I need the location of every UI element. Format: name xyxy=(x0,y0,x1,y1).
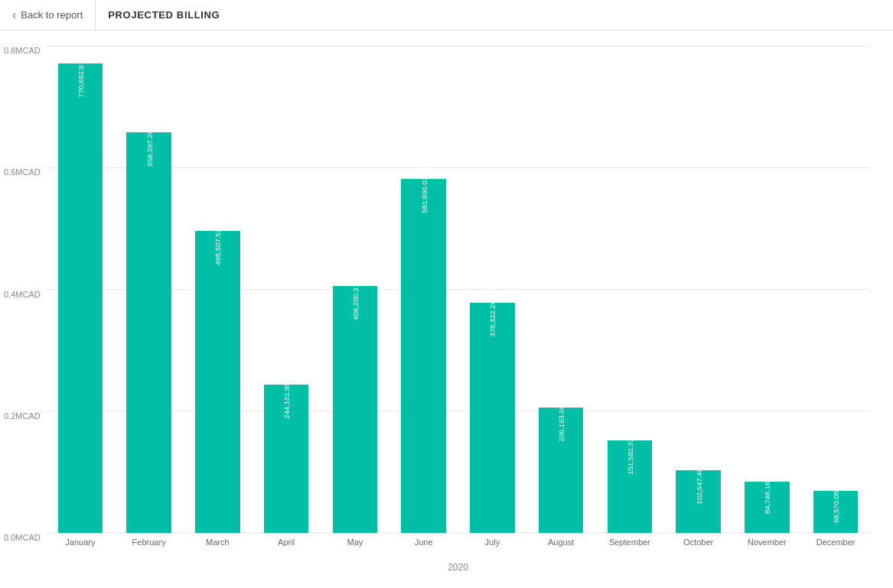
bar-value-label: 581,890.02 CAD xyxy=(419,159,428,213)
x-labels: JanuaryFebruaryMarchAprilMayJuneJulyAugu… xyxy=(46,538,870,560)
bar-group: 68,570.05 CAD xyxy=(801,46,870,533)
bar: 770,692.91 CAD xyxy=(58,63,103,533)
bar-group: 658,397.28 CAD xyxy=(115,46,184,533)
bar-group: 151,582.33 CAD xyxy=(595,46,664,533)
bar-value-label: 84,748.16 CAD xyxy=(763,464,771,514)
x-axis-label: February xyxy=(115,538,184,560)
bar-group: 102,647.48 CAD xyxy=(664,46,733,533)
bar: 406,200.37 CAD xyxy=(333,286,377,533)
x-axis-label: March xyxy=(184,538,253,560)
bar: 658,397.28 CAD xyxy=(126,132,171,533)
x-axis-title: 2020 xyxy=(46,562,870,573)
header: ‹ Back to report PROJECTED BILLING xyxy=(0,0,893,31)
y-axis-label: 0.2MCAD xyxy=(4,411,41,421)
x-axis-label: November xyxy=(733,538,802,560)
x-axis-label: September xyxy=(595,538,664,560)
bar-value-label: 406,200.37 CAD xyxy=(350,266,359,320)
y-axis-label: 0.6MCAD xyxy=(4,167,41,177)
y-axis-label: 0.0MCAD xyxy=(4,533,41,542)
bar-group: 495,507.52 CAD xyxy=(184,46,253,533)
bar: 151,582.33 CAD xyxy=(608,440,652,533)
back-label: Back to report xyxy=(21,9,83,21)
chevron-left-icon: ‹ xyxy=(12,8,16,22)
bar: 102,647.48 CAD xyxy=(676,470,720,533)
bar: 84,748.16 CAD xyxy=(745,482,789,533)
y-axis-label: 0.8MCAD xyxy=(4,46,41,55)
x-axis-label: January xyxy=(46,538,115,560)
bar: 68,570.05 CAD xyxy=(813,491,858,533)
bar-group: 206,163.06 CAD xyxy=(526,46,595,533)
bar-group: 378,322.26 CAD xyxy=(458,46,527,533)
x-axis-label: July xyxy=(458,538,527,560)
bar: 206,163.06 CAD xyxy=(539,408,583,533)
page-title: PROJECTED BILLING xyxy=(108,9,220,21)
y-axis: 0.0MCAD0.2MCAD0.4MCAD0.6MCAD0.8MCAD xyxy=(4,46,41,542)
bar-value-label: 658,397.28 CAD xyxy=(145,112,153,166)
bar: 581,890.02 CAD xyxy=(401,179,445,533)
bar-group: 244,101.95 CAD xyxy=(252,46,321,533)
bar-value-label: 102,647.48 CAD xyxy=(694,451,702,505)
x-axis-label: April xyxy=(252,538,321,560)
bar-value-label: 151,582.33 CAD xyxy=(625,421,634,475)
bar: 244,101.95 CAD xyxy=(264,385,308,533)
bar-value-label: 68,570.05 CAD xyxy=(832,473,840,523)
bars-wrapper: 770,692.91 CAD658,397.28 CAD495,507.52 C… xyxy=(46,46,870,533)
bar-value-label: 495,507.52 CAD xyxy=(213,212,222,265)
bar: 495,507.52 CAD xyxy=(195,231,240,533)
x-axis-label: June xyxy=(389,538,458,560)
bar-value-label: 770,692.91 CAD xyxy=(76,44,84,98)
bar-value-label: 244,101.95 CAD xyxy=(282,365,291,418)
bar-group: 406,200.37 CAD xyxy=(321,46,389,533)
bar-value-label: 378,322.26 CAD xyxy=(488,283,497,336)
x-axis-label: May xyxy=(321,538,389,560)
bar-group: 84,748.16 CAD xyxy=(733,46,802,533)
bar: 378,322.26 CAD xyxy=(470,303,514,533)
x-axis-label: December xyxy=(801,538,870,560)
chart-area: 0.0MCAD0.2MCAD0.4MCAD0.6MCAD0.8MCAD 770,… xyxy=(46,46,870,573)
back-button[interactable]: ‹ Back to report xyxy=(12,0,96,30)
grid-and-bars: 770,692.91 CAD658,397.28 CAD495,507.52 C… xyxy=(46,46,870,533)
bar-group: 581,890.02 CAD xyxy=(389,46,458,533)
x-axis-label: August xyxy=(526,538,595,560)
x-axis-label: October xyxy=(664,538,733,560)
bar-value-label: 206,163.06 CAD xyxy=(557,388,565,441)
bar-group: 770,692.91 CAD xyxy=(46,46,115,533)
y-axis-label: 0.4MCAD xyxy=(4,290,41,299)
chart-container: 0.0MCAD0.2MCAD0.4MCAD0.6MCAD0.8MCAD 770,… xyxy=(0,31,893,588)
